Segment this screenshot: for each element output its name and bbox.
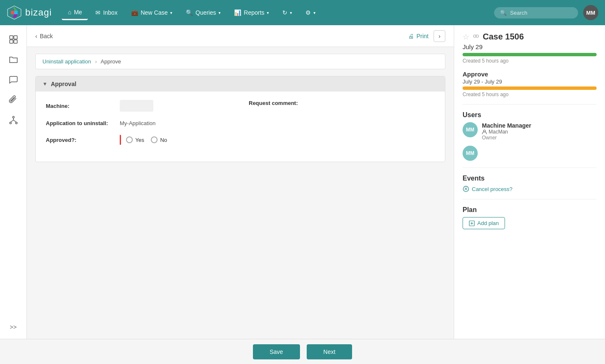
- svg-point-16: [473, 35, 476, 37]
- grid-icon: [9, 35, 18, 44]
- nav-item-settings[interactable]: ⚙ ▾: [300, 6, 321, 19]
- settings-caret-icon: ▾: [313, 10, 316, 15]
- form-body: Machine: Request comment: Application to…: [36, 92, 445, 162]
- section-toggle-icon[interactable]: ▼: [42, 81, 47, 87]
- reports-caret-icon: ▾: [267, 10, 269, 15]
- user-card-2: MM: [463, 146, 597, 161]
- svg-point-11: [10, 122, 11, 124]
- activity-caret-icon: ▾: [290, 10, 292, 15]
- form-field-app: Application to uninstall: My-Application: [46, 120, 435, 126]
- user1-username: MacMan: [482, 129, 531, 135]
- sidebar-expand-button[interactable]: >>: [6, 320, 20, 334]
- svg-rect-9: [14, 40, 17, 43]
- nav-inbox-label: Inbox: [103, 9, 117, 16]
- user-card-1: MM Machine Manager MacMan Owner: [463, 122, 597, 141]
- content-area: ‹ Back 🖨 Print › Uninstall application ›…: [27, 25, 454, 339]
- activity-icon: ↻: [282, 9, 287, 16]
- radio-group-approved: Yes No: [126, 136, 167, 143]
- case-link-icon: [473, 33, 479, 41]
- cancel-process-link[interactable]: Cancel process?: [463, 186, 597, 192]
- nav-me-label: Me: [74, 9, 82, 16]
- users-section-title: Users: [463, 111, 597, 119]
- machine-input[interactable]: [120, 100, 153, 112]
- radio-yes-label: Yes: [135, 137, 144, 143]
- nav-item-activity[interactable]: ↻ ▾: [276, 6, 298, 19]
- user-icon: [482, 129, 487, 134]
- newcase-caret-icon: ▾: [170, 10, 172, 15]
- nav-item-new-case[interactable]: 💼 New Case ▾: [125, 6, 179, 19]
- flow-icon: [9, 115, 18, 125]
- nav-item-reports[interactable]: 📊 Reports ▾: [228, 6, 275, 19]
- svg-point-17: [476, 35, 479, 37]
- svg-rect-8: [10, 40, 13, 43]
- nav-item-inbox[interactable]: ✉ Inbox: [89, 6, 123, 19]
- approved-label: Approved?:: [46, 137, 113, 143]
- svg-marker-5: [13, 14, 18, 18]
- star-icon[interactable]: ☆: [463, 32, 469, 42]
- svg-rect-7: [14, 36, 17, 39]
- radio-yes[interactable]: Yes: [126, 136, 144, 143]
- cancel-process-icon: [463, 186, 469, 192]
- next-arrow-button[interactable]: ›: [434, 30, 445, 42]
- nav-newcase-label: New Case: [141, 9, 168, 16]
- form-row-approved: Approved?: Yes: [46, 135, 435, 145]
- search-box[interactable]: 🔍 Search: [494, 7, 578, 18]
- approved-options: Yes No: [120, 135, 167, 145]
- radio-no-label: No: [160, 137, 167, 143]
- svg-line-15: [13, 120, 16, 122]
- left-sidebar: >>: [0, 25, 27, 339]
- nav-item-queries[interactable]: 🔍 Queries ▾: [180, 6, 226, 19]
- back-arrow-icon: ‹: [35, 33, 37, 39]
- briefcase-icon: 💼: [131, 9, 138, 16]
- svg-point-12: [16, 122, 17, 124]
- sidebar-item-flow[interactable]: [4, 111, 23, 129]
- form-area: Uninstall application › Approve ▼ Approv…: [27, 47, 454, 339]
- print-button[interactable]: 🖨 Print: [408, 33, 429, 39]
- breadcrumb-separator: ›: [95, 58, 97, 65]
- divider-3: [463, 199, 597, 199]
- nav-reports-label: Reports: [244, 9, 264, 16]
- user2-avatar: MM: [463, 146, 478, 161]
- footer: Save Next: [0, 339, 605, 364]
- divider-2: [463, 168, 597, 168]
- task-date-range: July 29 - July 29: [463, 79, 597, 85]
- sidebar-item-folder[interactable]: [4, 50, 23, 69]
- search-label: Search: [510, 10, 527, 16]
- print-label: Print: [416, 33, 429, 39]
- divider-1: [463, 104, 597, 105]
- right-panel: ☆ Case 1506 July 29 Created 5 hours ago …: [454, 25, 605, 339]
- add-plan-button[interactable]: Add plan: [463, 217, 505, 229]
- form-field-request-comment: Request comment:: [249, 100, 435, 106]
- breadcrumb: Uninstall application › Approve: [35, 54, 445, 69]
- nav-item-me[interactable]: ⌂ Me: [62, 5, 88, 20]
- case-created-info: Created 5 hours ago: [463, 58, 597, 64]
- queries-search-icon: 🔍: [186, 9, 193, 16]
- form-section-header[interactable]: ▼ Approval: [36, 76, 445, 92]
- user1-avatar: MM: [463, 122, 478, 137]
- task-progress-bar: [463, 86, 597, 90]
- case-date: July 29: [463, 43, 597, 50]
- next-button[interactable]: Next: [307, 344, 352, 359]
- bizagi-logo-icon: [7, 5, 22, 20]
- nav-right: 🔍 Search MM: [494, 5, 598, 20]
- chat-icon: [9, 75, 18, 84]
- back-label: Back: [40, 33, 53, 39]
- sidebar-item-attachments[interactable]: [4, 91, 23, 109]
- case-header: ☆ Case 1506: [463, 32, 597, 42]
- logo-text: bizagi: [25, 7, 52, 18]
- back-button[interactable]: ‹ Back: [35, 33, 53, 39]
- inbox-icon: ✉: [95, 9, 100, 16]
- events-section-title: Events: [463, 175, 597, 182]
- save-button[interactable]: Save: [253, 344, 300, 359]
- queries-caret-icon: ▾: [218, 10, 221, 15]
- user-avatar[interactable]: MM: [583, 5, 598, 20]
- logo[interactable]: bizagi: [7, 5, 52, 20]
- sidebar-item-chat[interactable]: [4, 71, 23, 89]
- breadcrumb-current: Approve: [101, 58, 121, 65]
- nav-items: ⌂ Me ✉ Inbox 💼 New Case ▾ 🔍 Queries ▾ 📊 …: [62, 5, 494, 20]
- radio-no[interactable]: No: [151, 136, 167, 143]
- form-row-machine: Machine: Request comment:: [46, 100, 435, 112]
- plan-section: Plan Add plan: [463, 206, 597, 229]
- sidebar-item-dashboard[interactable]: [4, 30, 23, 49]
- breadcrumb-link-1[interactable]: Uninstall application: [42, 58, 91, 65]
